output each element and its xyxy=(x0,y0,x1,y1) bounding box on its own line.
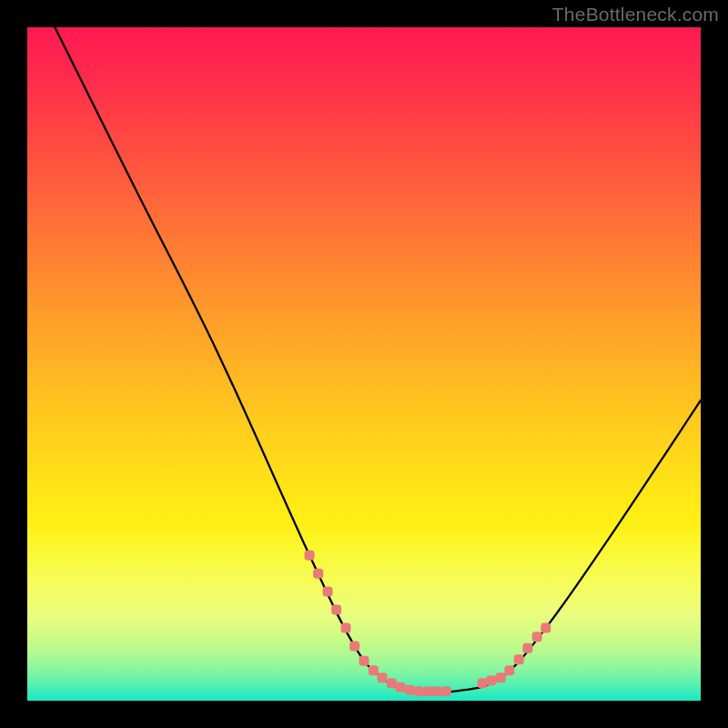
curve-marker xyxy=(305,551,315,561)
curve-marker xyxy=(369,665,379,675)
curve-marker xyxy=(423,686,433,696)
curve-marker xyxy=(532,632,542,642)
plot-area xyxy=(27,27,701,701)
chart-container: TheBottleneck.com xyxy=(0,0,728,728)
curve-marker xyxy=(349,642,359,652)
curve-marker xyxy=(387,678,397,688)
curve-marker xyxy=(331,605,341,615)
curve-marker xyxy=(323,587,333,597)
curve-marker xyxy=(341,623,351,633)
curve-marker xyxy=(313,569,323,579)
curve-marker xyxy=(377,672,387,682)
chart-svg xyxy=(27,27,701,701)
curve-marker xyxy=(496,672,506,682)
curve-marker xyxy=(413,686,423,696)
curve-marker xyxy=(359,656,369,666)
marker-cluster-right xyxy=(478,623,551,689)
curve-marker xyxy=(504,665,514,675)
curve-marker xyxy=(405,685,415,695)
curve-marker xyxy=(541,623,551,633)
marker-cluster-left xyxy=(305,551,451,696)
main-curve xyxy=(55,27,701,693)
curve-marker xyxy=(478,678,488,688)
curve-marker xyxy=(431,686,441,696)
curve-marker xyxy=(486,675,496,685)
curve-marker xyxy=(522,643,532,653)
curve-marker xyxy=(514,654,524,664)
curve-marker xyxy=(395,682,405,693)
watermark-text: TheBottleneck.com xyxy=(552,4,719,25)
curve-marker xyxy=(441,686,451,696)
